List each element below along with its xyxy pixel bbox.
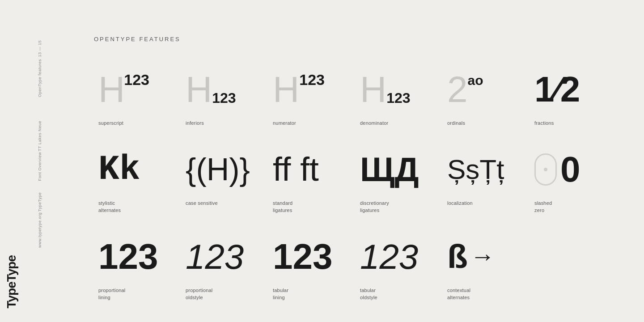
label-proportional-lining: proportional lining <box>98 287 126 301</box>
feature-ordinals: 2 ao ordinals <box>443 65 530 145</box>
label-discretionary-ligatures: discretionary ligatures <box>360 199 389 214</box>
feature-tabular-oldstyle: 123 tabular oldstyle <box>356 232 443 319</box>
company-label: TypeType <box>38 192 42 212</box>
feature-tabular-lining: 123 tabular lining <box>268 232 356 319</box>
page-range: 13 — 15 <box>38 40 42 57</box>
glyph-tabular-lining: 123 <box>273 232 332 281</box>
sidebar-page-info: 13 — 15 OpenType features <box>38 40 42 97</box>
glyph-contextual-alternates: ß → <box>447 232 495 281</box>
feature-superscript: H 123 superscript <box>94 65 181 145</box>
glyph-fractions: 1⁄2 <box>534 65 580 114</box>
features-grid: H 123 superscript H 123 inferiors <box>94 65 617 319</box>
label-contextual-alternates: contextual alternates <box>447 287 470 301</box>
label-proportional-oldstyle: proportional oldstyle <box>186 287 213 301</box>
glyph-slashed-zero: 0 <box>534 145 580 194</box>
feature-proportional-lining: 123 proportional lining <box>94 232 181 319</box>
glyph-localization: ȘșȚț <box>447 145 504 194</box>
font-subtitle: Font Overview <box>38 152 42 181</box>
glyph-proportional-lining: 123 <box>98 232 158 281</box>
glyph-case-sensitive: {(H)} <box>186 145 250 194</box>
glyph-superscript: H 123 <box>98 65 149 114</box>
feature-localization: ȘșȚț localization <box>443 145 530 232</box>
label-inferiors: inferiors <box>186 119 204 127</box>
label-superscript: superscript <box>98 119 123 127</box>
font-name: TT Lakes Neue <box>38 121 42 151</box>
glyph-tabular-oldstyle: 123 <box>360 232 418 281</box>
glyph-denominator: H 123 <box>360 65 411 114</box>
label-tabular-oldstyle: tabular oldstyle <box>360 287 377 301</box>
section-label: OpenType features <box>38 59 42 97</box>
page-title: OPENTYPE FEATURES <box>94 36 617 42</box>
label-fractions: fractions <box>534 119 554 127</box>
feature-denominator: H 123 denominator <box>356 65 443 145</box>
company-url: www.typetype.org <box>38 212 42 248</box>
feature-fractions: 1⁄2 fractions <box>530 65 617 145</box>
feature-slashed-zero: 0 slashed zero <box>530 145 617 232</box>
label-stylistic-alternates: stylistic alternates <box>98 199 121 214</box>
label-slashed-zero: slashed zero <box>534 199 552 214</box>
label-denominator: denominator <box>360 119 388 127</box>
label-standard-ligatures: standard ligatures <box>273 199 292 214</box>
label-numerator: numerator <box>273 119 296 127</box>
feature-empty <box>530 232 617 319</box>
glyph-standard-ligatures: ff ft <box>273 145 319 194</box>
sidebar-font-info: TT Lakes Neue Font Overview <box>38 121 42 181</box>
feature-contextual-alternates: ß → contextual alternates <box>443 232 530 319</box>
brand-logo: TypeType <box>4 255 19 309</box>
main-content: OPENTYPE FEATURES H 123 superscript H <box>49 0 644 322</box>
label-case-sensitive: case sensitive <box>186 199 218 207</box>
label-tabular-lining: tabular lining <box>273 287 288 301</box>
feature-discretionary-ligatures: ЩД discretionary ligatures <box>356 145 443 232</box>
feature-standard-ligatures: ff ft standard ligatures <box>268 145 356 232</box>
glyph-stylistic-alternates: Kk <box>98 145 140 194</box>
glyph-inferiors: H 123 <box>186 65 236 114</box>
feature-stylistic-alternates: Kk stylistic alternates <box>94 145 181 232</box>
glyph-discretionary-ligatures: ЩД <box>360 145 419 194</box>
sidebar-company-info: TypeType www.typetype.org <box>38 192 42 248</box>
glyph-ordinals: 2 ao <box>447 65 483 114</box>
feature-proportional-oldstyle: 123 proportional oldstyle <box>181 232 268 319</box>
feature-numerator: H 123 numerator <box>268 65 356 145</box>
glyph-proportional-oldstyle: 123 <box>186 232 244 281</box>
label-ordinals: ordinals <box>447 119 465 127</box>
glyph-numerator: H 123 <box>273 65 325 114</box>
feature-case-sensitive: {(H)} case sensitive <box>181 145 268 232</box>
label-localization: localization <box>447 199 473 207</box>
sidebar: 13 — 15 OpenType features TT Lakes Neue … <box>0 0 49 322</box>
feature-inferiors: H 123 inferiors <box>181 65 268 145</box>
